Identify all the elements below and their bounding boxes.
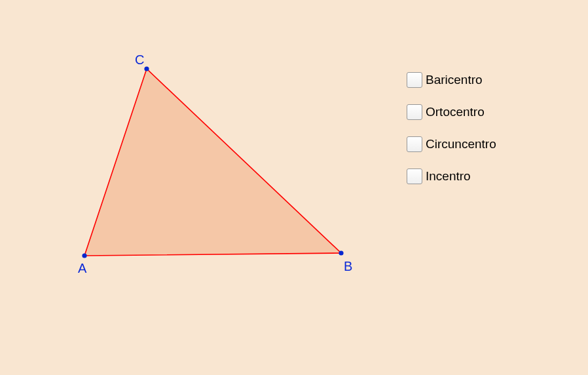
vertex-a[interactable] — [82, 253, 86, 258]
checkbox-label: Ortocentro — [426, 105, 485, 119]
checkbox-box[interactable] — [407, 168, 422, 184]
vertex-b[interactable] — [339, 250, 343, 255]
geometry-canvas: A B C Baricentro Ortocentro Circuncentro… — [0, 0, 588, 375]
triangle-fill — [84, 69, 341, 256]
checkbox-box[interactable] — [407, 104, 422, 120]
checkbox-label: Baricentro — [426, 73, 483, 87]
vertex-label-a: A — [78, 261, 86, 276]
checkbox-label: Circuncentro — [426, 137, 496, 151]
checkbox-panel: Baricentro Ortocentro Circuncentro Incen… — [407, 71, 496, 200]
checkbox-box[interactable] — [407, 72, 422, 88]
checkbox-label: Incentro — [426, 169, 471, 184]
vertex-label-b: B — [344, 259, 352, 274]
checkbox-row-circuncentro[interactable]: Circuncentro — [407, 136, 496, 153]
checkbox-row-incentro[interactable]: Incentro — [407, 168, 496, 185]
vertex-label-c: C — [135, 52, 144, 68]
vertex-c[interactable] — [144, 66, 149, 71]
triangle-plot — [0, 0, 588, 375]
checkbox-box[interactable] — [407, 136, 422, 152]
checkbox-row-baricentro[interactable]: Baricentro — [407, 71, 496, 89]
checkbox-row-ortocentro[interactable]: Ortocentro — [407, 104, 496, 121]
